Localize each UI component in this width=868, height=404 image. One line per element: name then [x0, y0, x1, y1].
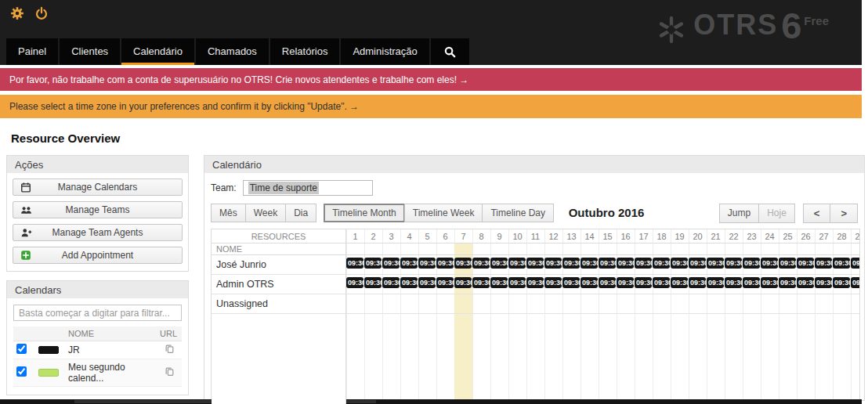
view-mês-button[interactable]: Mês [211, 204, 246, 222]
jump-button[interactable]: Jump [719, 204, 759, 223]
nav-tab-administração[interactable]: Administração [341, 38, 429, 65]
appointment-chip[interactable]: 09:30 [599, 258, 616, 269]
calendar-visible-checkbox[interactable] [16, 366, 27, 377]
appointment-chip[interactable]: 09:30 [761, 258, 778, 269]
appointment-chip[interactable]: 09:30 [761, 277, 778, 288]
nav-tab-clientes[interactable]: Clientes [60, 38, 120, 65]
appointment-chip[interactable]: 09:30 [454, 258, 472, 269]
appointment-chip[interactable]: 09:30 [364, 258, 382, 269]
appointment-chip[interactable]: 09:30 [707, 258, 724, 269]
appointment-chip[interactable]: 09:30 [454, 277, 472, 288]
timezone-notice-banner[interactable]: Please select a time zone in your prefer… [0, 95, 862, 118]
calendar-name: Meu segundo calend... [65, 359, 157, 387]
appointment-chip[interactable]: 09:30 [436, 277, 454, 288]
nav-search-button[interactable] [431, 38, 469, 65]
nav-tab-painel[interactable]: Painel [6, 38, 58, 65]
appointment-chip[interactable]: 09:30 [562, 258, 580, 269]
calendar-color-swatch [38, 346, 59, 354]
day-header-cell: 26 [797, 229, 815, 243]
appointment-chip[interactable]: 09:30 [671, 258, 688, 269]
appointment-chip[interactable]: 09:30 [797, 277, 814, 288]
appointment-chip[interactable]: 09:30 [815, 277, 832, 288]
appointment-chip[interactable]: 09:30 [400, 258, 418, 269]
appointment-chip[interactable]: 09:30 [346, 277, 363, 288]
calendars-widget: Calendars NOME URL JRMeu segundo calend.… [6, 280, 189, 395]
appointment-chip[interactable]: 09:30 [815, 258, 832, 269]
copy-url-icon[interactable] [165, 368, 175, 379]
appointment-chip[interactable]: 09:30 [364, 277, 382, 288]
action-manage-calendars-button[interactable]: Manage Calendars [13, 179, 183, 196]
appointment-chip[interactable]: 09:30 [653, 258, 670, 269]
appointment-chip[interactable]: 09:30 [418, 277, 436, 288]
plus-icon [20, 250, 31, 263]
appointment-chip[interactable]: 09:30 [851, 277, 859, 288]
appointment-chip[interactable]: 09:30 [833, 258, 850, 269]
logout-power-icon[interactable] [34, 6, 49, 20]
appointment-chip[interactable]: 09:30 [689, 258, 706, 269]
prev-button[interactable]: < [803, 204, 831, 223]
appointment-chip[interactable]: 09:30 [436, 258, 454, 269]
nav-tab-relatórios[interactable]: Relatórios [270, 38, 340, 65]
appointment-chip[interactable]: 09:30 [725, 277, 742, 288]
today-button[interactable]: Hoje [758, 204, 795, 223]
appointment-chip[interactable]: 09:30 [490, 277, 508, 288]
app-header: PainelClientesCalendárioChamadosRelatóri… [0, 0, 862, 65]
appointment-chip[interactable]: 09:30 [490, 258, 508, 269]
calendar-visible-checkbox[interactable] [16, 344, 27, 354]
resource-name: Unassigned [212, 294, 345, 314]
view-dia-button[interactable]: Dia [285, 204, 316, 222]
appointment-chip[interactable]: 09:30 [382, 277, 400, 288]
action-manage-teams-button[interactable]: Manage Teams [13, 201, 183, 218]
appointment-chip[interactable]: 09:30 [689, 277, 706, 288]
appointment-chip[interactable]: 09:30 [635, 277, 652, 288]
appointment-chip[interactable]: 09:30 [797, 258, 814, 269]
appointment-chip[interactable]: 09:30 [544, 277, 562, 288]
nav-tab-calendário[interactable]: Calendário [121, 38, 194, 65]
appointment-chip[interactable]: 09:30 [508, 277, 526, 288]
main-nav: PainelClientesCalendárioChamadosRelatóri… [6, 38, 469, 65]
appointment-chip[interactable]: 09:30 [617, 258, 634, 269]
appointment-chip[interactable]: 09:30 [472, 277, 490, 288]
appointment-chip[interactable]: 09:30 [707, 277, 724, 288]
appointment-chip[interactable]: 09:30 [382, 258, 400, 269]
preferences-gear-icon[interactable] [10, 6, 24, 20]
appointment-chip[interactable]: 09:30 [346, 258, 363, 269]
action-add-appointment-button[interactable]: Add Appointment [13, 247, 183, 264]
appointment-chip[interactable]: 09:30 [617, 277, 634, 288]
timeline-grid: RESOURCES NOME José JunrioAdmin OTRSUnas… [211, 229, 860, 404]
superuser-warning-banner[interactable]: Por favor, não trabalhe com a conta de s… [0, 68, 862, 91]
next-button[interactable]: > [830, 204, 858, 223]
appointment-chip[interactable]: 09:30 [580, 277, 598, 288]
appointment-chip[interactable]: 09:30 [544, 258, 562, 269]
view-timeline-week-button[interactable]: Timeline Week [404, 204, 483, 222]
appointment-chip[interactable]: 09:30 [599, 277, 616, 288]
appointment-chip[interactable]: 09:30 [743, 258, 760, 269]
appointment-chip[interactable]: 09:30 [580, 258, 598, 269]
view-timeline-month-button[interactable]: Timeline Month [324, 204, 405, 222]
appointment-chip[interactable]: 09:30 [526, 258, 544, 269]
appointment-chip[interactable]: 09:30 [833, 277, 850, 288]
appointment-chip[interactable]: 09:30 [418, 258, 436, 269]
nav-tab-chamados[interactable]: Chamados [196, 38, 269, 65]
appointment-chip[interactable]: 09:30 [472, 258, 490, 269]
appointment-chip[interactable]: 09:30 [779, 258, 796, 269]
appointment-chip[interactable]: 09:30 [400, 277, 418, 288]
appointment-chip[interactable]: 09:30 [635, 258, 652, 269]
appointment-chip[interactable]: 09:30 [653, 277, 670, 288]
action-manage-team-agents-button[interactable]: Manage Team Agents [13, 224, 183, 241]
horizontal-scrollbar[interactable] [0, 399, 862, 404]
appointment-chip[interactable]: 09:30 [743, 277, 760, 288]
appointment-chip[interactable]: 09:30 [779, 277, 796, 288]
appointment-chip[interactable]: 09:30 [508, 258, 526, 269]
view-timeline-day-button[interactable]: Timeline Day [482, 204, 554, 222]
appointment-chip[interactable]: 09:30 [671, 277, 688, 288]
calendar-filter-input[interactable] [13, 305, 182, 321]
appointment-chip[interactable]: 09:30 [851, 258, 859, 269]
team-input[interactable]: Time de suporte [243, 180, 373, 196]
appointment-chip[interactable]: 09:30 [526, 277, 544, 288]
appointment-chip[interactable]: 09:30 [725, 258, 742, 269]
appointment-chip[interactable]: 09:30 [562, 277, 580, 288]
view-week-button[interactable]: Week [245, 204, 286, 222]
copy-url-icon[interactable] [165, 345, 175, 356]
team-value: Time de suporte [248, 182, 319, 194]
